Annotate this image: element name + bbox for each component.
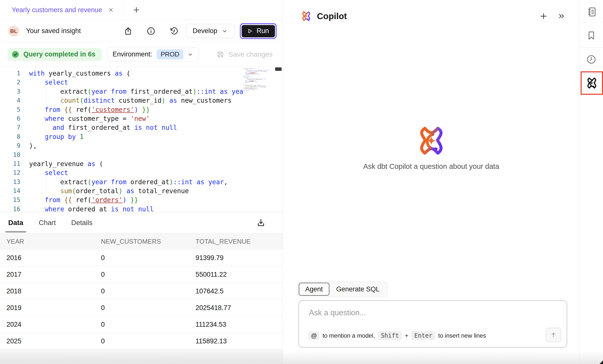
save-changes-button[interactable]: Save changes [216,50,273,59]
table-cell: 107642.5 [189,287,283,295]
code-line[interactable]: 12 select [0,168,243,177]
line-number: 5 [0,105,20,114]
tab-details[interactable]: Details [71,212,93,233]
toolbar: BL Your saved insight Develop Run [0,20,283,42]
chevron-down-icon [187,51,193,57]
run-label: Run [256,27,269,35]
copilot-mode-switch: Agent Generate SQL [298,281,388,297]
save-icon [216,50,225,59]
code-line[interactable]: 15 from {{ ref('orders') }} [0,195,243,204]
line-number: 14 [0,186,20,195]
table-cell: 91399.79 [189,254,283,262]
close-icon[interactable] [108,7,114,13]
shift-key: Shift [378,331,402,340]
minimap-line: order by 1; [243,91,275,91]
share-icon[interactable] [121,24,136,39]
ask-question-input[interactable]: Ask a question... @ to mention a model, … [299,300,567,348]
editor-scrollbar-thumb[interactable] [275,67,282,71]
table-row[interactable]: 20240111234.53 [0,316,283,333]
code-line[interactable]: 16 where ordered_at is not null [0,205,243,212]
table-cell: 115892.13 [189,337,283,345]
table-row[interactable]: 20170550011.22 [0,266,283,283]
collapse-panel-icon[interactable] [557,12,565,20]
code-line[interactable]: 14 sum(order_total) as total_revenue [0,186,243,195]
avatar[interactable]: BL [8,26,19,37]
code-line[interactable]: 3 extract(year from first_ordered_at)::i… [0,87,243,96]
line-number: 11 [0,159,20,168]
input-placeholder: Ask a question... [309,308,366,317]
table-cell: 2025418.77 [189,304,283,312]
develop-label: Develop [193,27,217,35]
check-circle-icon [11,50,20,59]
line-number: 4 [0,96,20,105]
table-cell: 2017 [0,271,95,278]
right-sidebar-rail [579,0,603,364]
code-line[interactable]: 8 group by 1 [0,132,243,141]
table-cell: 0 [95,304,189,312]
code-line[interactable]: 11yearly_revenue as ( [0,159,243,168]
code-line[interactable]: 9), [0,141,243,150]
sql-editor[interactable]: 1with yearly_customers as (2 select3 ext… [0,67,283,212]
code-line[interactable]: 13 extract(year from ordered_at)::int as… [0,178,243,186]
line-number: 15 [0,195,20,204]
tab-data[interactable]: Data [8,212,23,233]
line-number: 6 [0,114,20,123]
history-icon[interactable] [166,24,181,39]
code-line[interactable]: 5 from {{ ref('customers') }} [0,105,243,114]
copilot-rail-icon[interactable] [586,77,598,89]
environment-value-badge: PROD [157,49,183,59]
code-lines: 1with yearly_customers as (2 select3 ext… [0,69,243,212]
results-tabs: Data Chart Details [0,212,283,233]
table-cell: 2019 [0,304,95,312]
input-hints: @ to mention a model, Shift + Enter to i… [308,331,486,340]
new-chat-icon[interactable] [540,12,548,20]
copilot-empty-text: Ask dbt Copilot a question about your da… [283,162,579,171]
line-number: 16 [0,205,20,212]
code-line[interactable]: 1with yearly_customers as ( [0,69,243,78]
catalog-notebook-icon[interactable] [580,3,603,20]
insight-title: Your saved insight [26,27,81,35]
hint-plus: + [405,332,408,339]
column-header-year[interactable]: YEAR [0,238,95,245]
table-cell: 0 [95,287,189,295]
line-number: 7 [0,123,20,132]
code-line[interactable]: 10 [0,150,243,159]
develop-button[interactable]: Develop [186,24,234,38]
column-header-total-revenue[interactable]: TOTAL_REVENUE [189,238,283,245]
results-footer [0,350,283,364]
tab-yearly-customers-and-revenue[interactable]: Yearly customers and revenue [0,0,123,20]
code-line[interactable]: 4 count(distinct customer_id) as new_cus… [0,96,243,105]
code-line[interactable]: 6 where customer_type = 'new' [0,114,243,123]
info-icon[interactable] [144,24,158,39]
dbt-copilot-logo [415,126,448,156]
run-button[interactable]: Run [242,25,275,37]
hint-mention-text: to mention a model, [322,332,375,339]
table-row[interactable]: 20250115892.13 [0,333,283,350]
resize-handle[interactable] [600,361,603,364]
bookmark-icon[interactable] [580,27,603,44]
table-row[interactable]: 201902025418.77 [0,300,283,316]
code-line[interactable]: 7 and first_ordered_at is not null [0,123,243,132]
send-button[interactable] [546,328,561,342]
mode-generate-sql-button[interactable]: Generate SQL [329,285,387,293]
table-row[interactable]: 2016091399.79 [0,250,283,266]
mode-agent-button[interactable]: Agent [299,283,329,296]
new-tab-button[interactable] [132,6,140,14]
copilot-panel: Copilot Ask dbt Copilot a question about… [283,0,579,364]
code-line[interactable]: 2 select [0,78,243,87]
table-cell: 2025 [0,337,95,345]
download-icon[interactable] [254,216,268,230]
history-clock-icon[interactable] [580,51,603,68]
environment-select[interactable]: Environment: PROD [107,47,199,61]
table-row[interactable]: 20180107642.5 [0,283,283,300]
copilot-title: Copilot [317,11,347,21]
tab-chart[interactable]: Chart [39,212,56,233]
chevron-down-icon [222,28,228,34]
play-icon [247,28,253,34]
table-cell: 0 [95,337,189,345]
line-number: 12 [0,168,20,177]
line-number: 8 [0,132,20,141]
column-header-new-customers[interactable]: NEW_CUSTOMERS [95,238,189,245]
editor-minimap[interactable]: with yearly_customers as ( select extrac… [243,68,275,91]
status-row: Query completed in 6s Environment: PROD … [0,42,283,67]
